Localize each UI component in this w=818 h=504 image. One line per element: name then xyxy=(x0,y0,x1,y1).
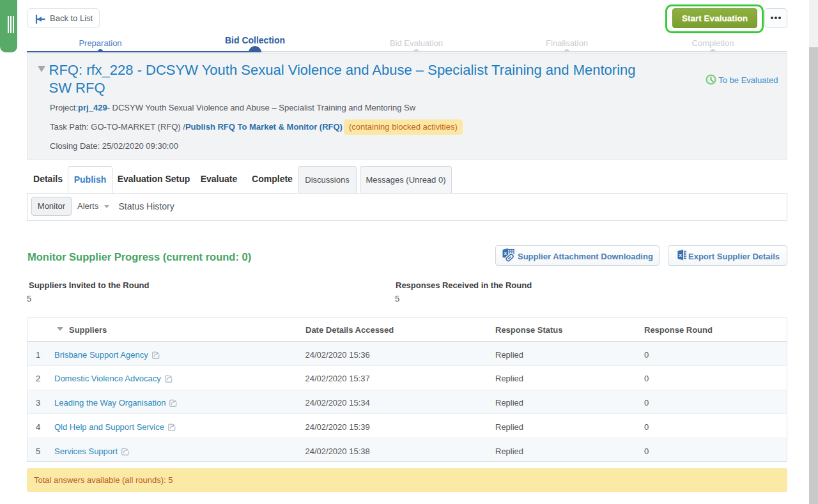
svg-text:x: x xyxy=(679,252,682,258)
